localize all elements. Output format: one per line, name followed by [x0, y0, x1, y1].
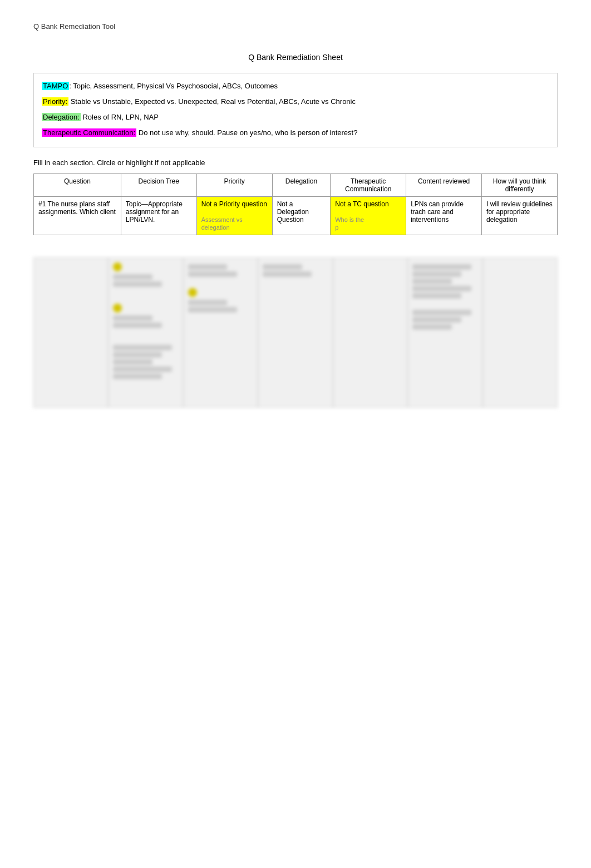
tc-note: Who is thep: [335, 216, 364, 231]
tampo-text: : Topic, Assessment, Physical Vs Psychos…: [69, 82, 278, 90]
cell-priority: Not a Priority question Assessment vsdel…: [196, 197, 272, 235]
blurred-col-1: [34, 258, 108, 407]
legend-delegation: Delegation: Roles of RN, LPN, NAP: [42, 110, 549, 125]
blurred-col-4: [258, 258, 332, 407]
blurred-col-5: [333, 258, 407, 407]
legend-priority: Priority: Stable vs Unstable, Expected v…: [42, 95, 549, 109]
cell-decision-tree: Topic—Appropriate assignment for an LPN/…: [121, 197, 196, 235]
blurred-section: [33, 257, 558, 408]
tc-text: Do not use why, should. Pause on yes/no,…: [136, 128, 357, 137]
remediation-table: Question Decision Tree Priority Delegati…: [33, 173, 558, 235]
legend-tc: Therapeutic Communication: Do not use wh…: [42, 126, 549, 140]
col-header-question: Question: [34, 174, 121, 197]
tc-label: Therapeutic Communication:: [42, 128, 136, 137]
col-header-delegation: Delegation: [272, 174, 331, 197]
col-header-priority: Priority: [196, 174, 272, 197]
page-container: Q Bank Remediation Tool Q Bank Remediati…: [0, 0, 591, 430]
blurred-col-2: [109, 258, 183, 407]
priority-text: Stable vs Unstable, Expected vs. Unexpec…: [68, 97, 356, 106]
cell-think: I will review guidelines for appropriate…: [482, 197, 558, 235]
fill-instruction: Fill in each section. Circle or highligh…: [33, 158, 558, 167]
col-header-think: How will you think differently: [482, 174, 558, 197]
col-header-decision: Decision Tree: [121, 174, 196, 197]
app-title: Q Bank Remediation Tool: [33, 22, 558, 31]
delegation-text: Roles of RN, LPN, NAP: [81, 113, 159, 121]
legend-box: TAMPO: Topic, Assessment, Physical Vs Ps…: [33, 73, 558, 147]
table-row: #1 The nurse plans staff assignments. Wh…: [34, 197, 558, 235]
cell-tc: Not a TC question Who is thep: [331, 197, 406, 235]
blurred-col-6: [408, 258, 482, 407]
blurred-col-7: [483, 258, 557, 407]
col-header-content: Content reviewed: [406, 174, 482, 197]
legend-tampo: TAMPO: Topic, Assessment, Physical Vs Ps…: [42, 79, 549, 93]
priority-note: Assessment vsdelegation: [201, 216, 243, 231]
cell-question: #1 The nurse plans staff assignments. Wh…: [34, 197, 121, 235]
cell-delegation: Not a Delegation Question: [272, 197, 331, 235]
col-header-tc: Therapeutic Communication: [331, 174, 406, 197]
cell-content: LPNs can provide trach care and interven…: [406, 197, 482, 235]
priority-label: Priority:: [42, 97, 68, 106]
tampo-label: TAMPO: [42, 82, 69, 90]
sheet-title: Q Bank Remediation Sheet: [33, 53, 558, 62]
blurred-col-3: [184, 258, 258, 407]
delegation-label: Delegation:: [42, 113, 81, 121]
